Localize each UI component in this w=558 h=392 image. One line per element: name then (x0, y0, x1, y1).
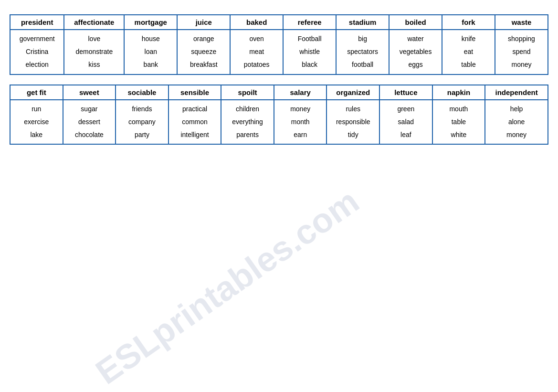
word-item: company (128, 116, 156, 128)
word-item: help (510, 103, 523, 115)
table-header-cell: president (10, 15, 64, 30)
table-body-cell: ovenmeatpotatoes (230, 30, 283, 74)
table-body-cell: sugardessertchocolate (63, 100, 116, 145)
table-body-cell: houseloanbank (124, 30, 177, 74)
word-item: white (451, 129, 467, 141)
word-item: intelligent (180, 129, 209, 141)
word-item: football (352, 59, 373, 71)
word-item: water (407, 33, 423, 45)
word-item: meat (249, 46, 264, 58)
word-item: spend (512, 46, 530, 58)
word-item: everything (232, 116, 263, 128)
word-item: potatoes (244, 59, 270, 71)
word-item: month (291, 116, 310, 128)
table-2: get fitsweetsociablesensiblespoiltsalary… (10, 85, 548, 145)
word-item: practical (182, 103, 207, 115)
table-body-cell: runexerciselake (10, 100, 63, 145)
word-item: kiss (88, 59, 100, 71)
word-item: run (32, 103, 41, 115)
table-header-cell: sociable (116, 85, 168, 100)
table-header-cell: affectionate (64, 15, 124, 30)
word-item: eat (464, 46, 473, 58)
table-body-cell: practicalcommonintelligent (168, 100, 221, 145)
table-body-cell: rulesresponsibletidy (326, 100, 379, 145)
table-header-cell: waste (495, 15, 548, 30)
word-item: common (182, 116, 208, 128)
table-body-cell: friendscompanyparty (116, 100, 168, 145)
table-header-cell: mortgage (124, 15, 177, 30)
word-item: money (290, 103, 310, 115)
word-item: children (236, 103, 259, 115)
word-item: leaf (400, 129, 411, 141)
word-item: shopping (508, 33, 535, 45)
word-item: responsible (336, 116, 370, 128)
table-1: presidentaffectionatemortgagejuicebakedr… (10, 14, 548, 75)
table-body-cell: moneymonthearn (274, 100, 327, 145)
word-item: green (397, 103, 414, 115)
table-body-cell: Footballwhistleblack (283, 30, 336, 74)
watermark: ESLprintables.com (88, 181, 366, 392)
word-item: alone (508, 116, 525, 128)
word-item: party (135, 129, 149, 141)
word-item: vegetables (400, 46, 432, 58)
word-item: Cristina (26, 46, 48, 58)
table-body-cell: watervegetableseggs (389, 30, 442, 74)
word-item: exercise (24, 116, 49, 128)
table-header-cell: salary (274, 85, 327, 100)
word-item: chocolate (75, 129, 104, 141)
word-item: whistle (299, 46, 320, 58)
word-item: earn (294, 129, 307, 141)
word-item: tidy (348, 129, 358, 141)
table-body-cell: bigspectatorsfootball (336, 30, 389, 74)
word-item: oven (250, 33, 264, 45)
table-header-cell: stadium (336, 15, 389, 30)
table-header-cell: lettuce (379, 85, 432, 100)
word-item: spectators (347, 46, 378, 58)
table-header-cell: fork (442, 15, 495, 30)
table-header-cell: independent (485, 85, 548, 100)
word-item: house (142, 33, 160, 45)
table-body-cell: shoppingspendmoney (495, 30, 548, 74)
word-item: loan (145, 46, 157, 58)
word-item: big (358, 33, 367, 45)
word-item: friends (132, 103, 152, 115)
word-item: money (511, 59, 531, 71)
word-item: dessert (78, 116, 100, 128)
word-item: salad (398, 116, 414, 128)
word-item: lake (30, 129, 42, 141)
word-item: table (461, 59, 475, 71)
word-item: table (452, 116, 466, 128)
table-header-cell: napkin (432, 85, 485, 100)
word-item: squeeze (191, 46, 216, 58)
word-item: knife (462, 33, 476, 45)
word-item: breakfast (190, 59, 218, 71)
table-body-cell: helpalonemoney (485, 100, 548, 145)
word-item: mouth (449, 103, 468, 115)
table-body-cell: knifeeattable (442, 30, 495, 74)
table-header-cell: sensible (168, 85, 221, 100)
table-body-cell: childreneverythingparents (221, 100, 274, 145)
word-item: bank (144, 59, 158, 71)
table-header-cell: referee (283, 15, 336, 30)
word-item: rules (346, 103, 360, 115)
word-item: election (26, 59, 49, 71)
word-item: love (88, 33, 100, 45)
table-header-cell: boiled (389, 15, 442, 30)
word-item: Football (298, 33, 322, 45)
table-body-cell: lovedemonstratekiss (64, 30, 124, 74)
word-item: sugar (81, 103, 97, 115)
table-body-cell: greensaladleaf (379, 100, 432, 145)
table-header-cell: organized (326, 85, 379, 100)
table-body-cell: mouthtablewhite (432, 100, 485, 145)
table-header-cell: spoilt (221, 85, 274, 100)
word-item: orange (193, 33, 214, 45)
word-item: money (506, 129, 526, 141)
word-item: black (302, 59, 317, 71)
word-item: government (20, 33, 55, 45)
word-item: demonstrate (75, 46, 113, 58)
table-header-cell: get fit (10, 85, 63, 100)
table-header-cell: sweet (63, 85, 116, 100)
table-body-cell: governmentCristinaelection (10, 30, 64, 74)
table-body-cell: orangesqueezebreakfast (177, 30, 230, 74)
word-item: parents (236, 129, 259, 141)
